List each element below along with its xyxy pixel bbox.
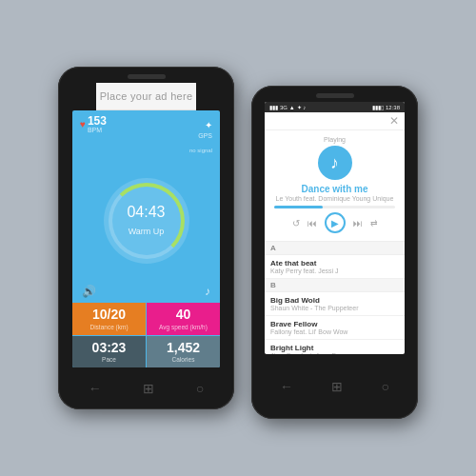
playlist-group-b: B [265, 279, 405, 292]
timer-display: 04:43 Warm Up [127, 204, 165, 238]
fitness-screen: ♥ 153 BPM ✦ GPS no signal [72, 110, 220, 367]
playing-label: Playing [274, 136, 395, 143]
music-controls: ↺ ⏮ ▶ ⏭ ⇄ [274, 212, 395, 233]
close-button[interactable]: ✕ [389, 115, 399, 127]
stat-pace: 03:23 Pace [72, 336, 146, 367]
nav-search-left[interactable]: ○ [196, 381, 204, 396]
list-item[interactable]: Ate that beat Katy Perry feat. Jessi J [265, 255, 405, 279]
stat-distance-value: 10/20 [92, 307, 126, 322]
track-artist: Fallony feat. Lil' Bow Wow [270, 328, 399, 335]
track-title: Brave Fellow [270, 320, 399, 328]
volume-icon[interactable]: 🔊 [82, 285, 96, 298]
nav-windows-left[interactable]: ⊞ [143, 381, 154, 396]
list-item[interactable]: Brave Fellow Fallony feat. Lil' Bow Wow [265, 316, 405, 340]
fitness-top-bar: ♥ 153 BPM ✦ GPS no signal [72, 110, 220, 158]
progress-fill [274, 206, 323, 208]
music-note-icon: ♪ [318, 146, 352, 180]
left-phone-screen: ♥ 153 BPM ✦ GPS no signal [72, 110, 220, 367]
stat-pace-value: 03:23 [92, 341, 127, 355]
bpm-value: 153 [88, 115, 107, 127]
repeat-button[interactable]: ↺ [292, 218, 300, 228]
right-phone-speaker [316, 93, 354, 98]
heart-icon: ♥ [80, 119, 86, 129]
track-title: Bright Light [270, 344, 399, 352]
stat-distance: 10/20 Distance (km) [72, 303, 146, 334]
nav-back-left[interactable]: ← [89, 381, 102, 396]
gps-icon: ✦ [205, 120, 212, 130]
track-artist: Katy Perry feat. Jessi J [270, 268, 399, 274]
stat-pace-label: Pace [102, 356, 116, 363]
nav-windows-right[interactable]: ⊞ [331, 379, 343, 394]
ad-text: Place your ad here [100, 90, 193, 102]
music-screen: ▮▮▮ 3G ▲ ✦ ♪ ▮▮▮▯ 12:38 ✕ Playing [265, 102, 405, 354]
track-title: Big Bad Wold [270, 296, 399, 305]
stat-calories-value: 1,452 [167, 341, 200, 355]
left-phone: Place your ad here ♥ 153 BPM ✦ GPS [58, 67, 234, 409]
left-phone-speaker [128, 74, 166, 79]
gps-label: GPS [189, 132, 212, 139]
status-bluetooth: ✦ ♪ [297, 104, 307, 110]
stat-calories: 1,452 Calories [147, 336, 220, 367]
stat-distance-label: Distance (km) [89, 324, 128, 330]
play-button[interactable]: ▶ [325, 212, 346, 233]
left-phone-nav: ← ⊞ ○ [58, 367, 234, 409]
stats-grid: 10/20 Distance (km) 40 Avg speed (km/h) … [72, 303, 220, 367]
nav-search-right[interactable]: ○ [381, 379, 388, 394]
status-3g: 3G ▲ [280, 105, 295, 110]
stat-calories-label: Calories [172, 356, 195, 363]
bpm-label: BPM [88, 127, 107, 133]
right-phone-screen: ▮▮▮ 3G ▲ ✦ ♪ ▮▮▮▯ 12:38 ✕ Playing [265, 102, 405, 354]
gps-signal: no signal [189, 148, 212, 153]
bpm-block: ♥ 153 BPM [80, 115, 107, 133]
status-battery: ▮▮▮▯ [372, 104, 384, 110]
scene: Place your ad here ♥ 153 BPM ✦ GPS [58, 67, 418, 409]
right-phone-nav: ← ⊞ ○ [251, 354, 418, 419]
status-bar: ▮▮▮ 3G ▲ ✦ ♪ ▮▮▮▯ 12:38 [265, 102, 405, 112]
song-artist: Le Youth feat. Dominique Young Unique [274, 195, 395, 202]
music-icon[interactable]: ♪ [205, 285, 210, 298]
timer-mode: Warm Up [129, 227, 165, 236]
playlist: A Ate that beat Katy Perry feat. Jessi J… [265, 242, 405, 354]
next-button[interactable]: ⏭ [353, 218, 363, 228]
progress-bar[interactable] [274, 206, 395, 208]
fitness-controls: 🔊 ♪ [72, 283, 220, 303]
status-left: ▮▮▮ 3G ▲ ✦ ♪ [269, 104, 306, 110]
circle-area: 04:43 Warm Up [72, 158, 220, 283]
status-signal: ▮▮▮ [269, 104, 278, 110]
list-item[interactable]: Bright Light Jhon Doe feat. Jane Doe [265, 340, 405, 354]
track-artist: Shaun White - The Puppeteer [270, 305, 399, 311]
now-playing-section: Playing ♪ Dance with me Le Youth feat. D… [265, 130, 405, 242]
status-time: 12:38 [386, 105, 400, 110]
stat-speed-value: 40 [176, 307, 191, 322]
right-phone: ▮▮▮ 3G ▲ ✦ ♪ ▮▮▮▯ 12:38 ✕ Playing [251, 86, 418, 419]
timer-value: 04:43 [127, 204, 165, 221]
prev-button[interactable]: ⏮ [307, 218, 317, 228]
status-right: ▮▮▮▯ 12:38 [372, 104, 400, 110]
list-item[interactable]: Big Bad Wold Shaun White - The Puppeteer [265, 292, 405, 316]
stat-speed: 40 Avg speed (km/h) [147, 303, 220, 334]
stat-speed-label: Avg speed (km/h) [159, 324, 208, 330]
ad-banner: Place your ad here [96, 83, 197, 110]
progress-ring: 04:43 Warm Up [104, 178, 189, 264]
track-artist: Jhon Doe feat. Jane Doe [270, 352, 399, 354]
track-title: Ate that beat [270, 259, 399, 268]
shuffle-button[interactable]: ⇄ [370, 218, 378, 228]
nav-back-right[interactable]: ← [280, 379, 293, 394]
music-header: ✕ [265, 112, 405, 130]
gps-block: ✦ GPS no signal [189, 115, 212, 156]
playlist-group-a: A [265, 242, 405, 255]
song-title: Dance with me [274, 184, 395, 194]
